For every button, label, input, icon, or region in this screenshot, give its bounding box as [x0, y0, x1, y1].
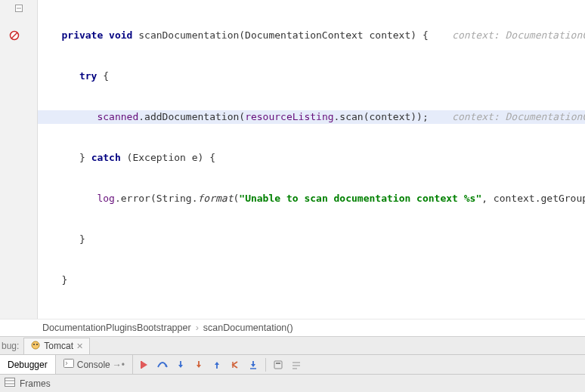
- step-over-button[interactable]: [154, 357, 171, 372]
- tab-console[interactable]: Console →•: [56, 355, 133, 374]
- svg-rect-7: [63, 360, 73, 368]
- console-icon: [63, 359, 74, 370]
- tab-tomcat[interactable]: Tomcat ✕: [23, 338, 90, 354]
- code-area[interactable]: private void scanDocumentation(Documenta…: [38, 0, 585, 319]
- drop-frame-button[interactable]: [227, 357, 243, 372]
- collapse-icon[interactable]: [0, 2, 37, 15]
- code-text: }: [61, 274, 67, 286]
- svg-rect-19: [292, 368, 297, 369]
- svg-rect-18: [292, 365, 300, 366]
- frames-icon: [5, 378, 15, 389]
- code-editor: private void scanDocumentation(Documenta…: [0, 0, 585, 319]
- method-name: scanDocumentation: [138, 29, 239, 41]
- toolbar-separator: [265, 358, 266, 372]
- code-line: }: [38, 273, 585, 287]
- editor-gutter: [0, 0, 38, 319]
- settings-button[interactable]: [288, 357, 305, 372]
- step-out-button[interactable]: [209, 357, 225, 372]
- code-text: (DocumentationContext context) {: [239, 29, 428, 41]
- code-line: }: [38, 233, 585, 246]
- force-step-into-button[interactable]: [190, 357, 207, 372]
- svg-rect-17: [292, 362, 300, 363]
- field-ref: log: [97, 193, 114, 204]
- tab-label: Console: [77, 360, 110, 370]
- tab-label: Tomcat: [44, 341, 73, 351]
- field-ref: resourceListing: [245, 111, 333, 122]
- code-line: try {: [38, 69, 585, 83]
- string-literal: "Unable to scan documentation context %s…: [239, 193, 481, 204]
- close-icon[interactable]: ✕: [76, 341, 83, 351]
- code-text: .error(String.: [115, 193, 198, 204]
- show-execution-point-button[interactable]: [136, 357, 153, 372]
- run-to-cursor-button[interactable]: [245, 357, 262, 372]
- code-line-current: scanned.addDocumentation(resourceListing…: [38, 110, 585, 124]
- code-text: .scan(context));: [334, 111, 429, 122]
- breadcrumb: DocumentationPluginsBootstrapper › scanD…: [0, 319, 585, 337]
- svg-point-5: [33, 344, 35, 345]
- code-text: }: [79, 233, 85, 245]
- frames-panel-header: Frames: [0, 375, 585, 392]
- svg-rect-16: [276, 363, 280, 364]
- code-line: private void scanDocumentation(Documenta…: [38, 29, 585, 42]
- code-line: } catch (Exception e) {: [38, 151, 585, 165]
- breakpoint-invalid-icon[interactable]: [0, 29, 37, 42]
- code-line: log.error(String.format("Unable to scan …: [38, 192, 585, 205]
- svg-point-4: [32, 341, 39, 349]
- chevron-right-icon: ›: [196, 323, 199, 333]
- evaluate-expression-button[interactable]: [270, 357, 286, 372]
- code-text: .addDocumentation(: [138, 111, 245, 122]
- debug-step-toolbar: [133, 355, 308, 374]
- breadcrumb-item[interactable]: scanDocumentation(): [203, 323, 293, 333]
- svg-point-6: [36, 344, 38, 345]
- toolwindow-tab-bar: bug: Tomcat ✕: [0, 337, 585, 355]
- inlay-hint: context: DocumentationContext@7636: [452, 111, 585, 122]
- keyword: private void: [61, 29, 138, 41]
- frames-label: Frames: [20, 378, 51, 389]
- tab-debugger[interactable]: Debugger: [0, 355, 56, 374]
- code-text: format: [198, 193, 234, 204]
- tomcat-icon: [30, 340, 41, 353]
- svg-rect-15: [274, 361, 282, 369]
- debugger-toolbar-row: Debugger Console →•: [0, 355, 585, 375]
- code-text: , context.getGroupName()), e);: [481, 193, 585, 204]
- step-into-button[interactable]: [172, 357, 189, 372]
- pin-icon: →•: [113, 360, 125, 370]
- inlay-hint: context: DocumentationContext@7636: [452, 29, 585, 41]
- svg-rect-20: [5, 378, 15, 387]
- breadcrumb-item[interactable]: DocumentationPluginsBootstrapper: [42, 323, 191, 333]
- field-ref: scanned: [97, 111, 138, 122]
- bug-label: bug:: [2, 341, 22, 351]
